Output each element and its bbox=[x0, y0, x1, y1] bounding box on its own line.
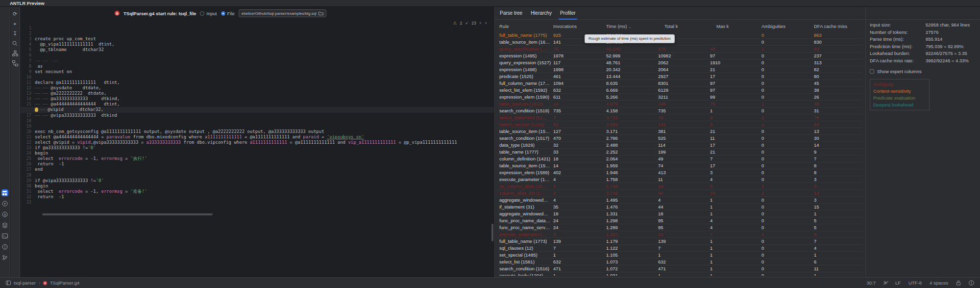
test-file-path-field[interactable]: ebelice/Github/tsql-parser/examples/big.… bbox=[239, 9, 326, 17]
breadcrumb-file[interactable]: TSqlParser.g4 bbox=[50, 280, 79, 286]
refresh-icon[interactable]: ⟳ bbox=[12, 11, 18, 17]
code-line[interactable] bbox=[35, 173, 494, 178]
prev-issue-chevron-icon[interactable]: ∧ bbox=[479, 21, 482, 25]
code-line[interactable]: if @a333333333333 !='0' bbox=[35, 145, 494, 151]
profiler-row[interactable]: table_source_item (16…141167.9830830 bbox=[498, 39, 863, 46]
code-line[interactable]: if @vipa333333333333 !='0' bbox=[35, 178, 494, 183]
code-line[interactable] bbox=[35, 118, 494, 124]
code-line[interactable]: end bbox=[35, 167, 494, 172]
profiler-row[interactable]: table_name (1777)332.2521992109 bbox=[498, 149, 863, 156]
file-radio[interactable]: File bbox=[221, 11, 235, 16]
profiler-row[interactable]: full_table_name (1775)925294.3220863 bbox=[498, 32, 863, 39]
profiler-row[interactable]: table_source_item (15…141.959741708 bbox=[498, 162, 863, 169]
next-issue-chevron-icon[interactable]: ∨ bbox=[485, 21, 487, 25]
code-line[interactable]: create proc up_com_test bbox=[35, 36, 494, 42]
profiler-row[interactable]: predicate (1525)46113.444292717080 bbox=[498, 73, 863, 80]
profiler-row[interactable]: query_specification (…7666.24557648293 bbox=[498, 46, 863, 52]
code-line[interactable]: @p_vipa1111111111111 dtint, bbox=[35, 42, 494, 47]
profiler-row[interactable]: expression_elem (1589)4021.948413308 bbox=[498, 169, 863, 176]
code-line[interactable]: @p_tblname dtchar32 bbox=[35, 47, 494, 52]
code-line[interactable]: select @vipid = vipid,@vipa333333333333 … bbox=[35, 140, 494, 145]
search-icon[interactable] bbox=[12, 40, 18, 47]
folder-icon[interactable] bbox=[318, 11, 323, 16]
code-line[interactable] bbox=[35, 75, 494, 80]
code-line[interactable]: —— —— @vipa333333333333 dtkind bbox=[35, 113, 494, 118]
profiler-row[interactable]: sql_clauses (12)71.1227104 bbox=[498, 245, 863, 252]
col-rule[interactable]: Rule bbox=[498, 24, 552, 29]
profiler-row[interactable]: full_table_name (1773)1391.179139107 bbox=[498, 238, 863, 245]
profiler-row[interactable]: table_sources (1513)144.87944676146 bbox=[498, 101, 863, 107]
line-ending-indicator[interactable]: LF bbox=[895, 280, 901, 286]
profiler-row[interactable]: column_definition (1421)182.06449707 bbox=[498, 156, 863, 162]
code-line[interactable] bbox=[35, 200, 494, 205]
caret-position[interactable]: 30:7 bbox=[866, 280, 876, 286]
profiler-row[interactable]: aggregate_windowed…41.4954103 bbox=[498, 197, 863, 204]
tab-profiler[interactable]: Profiler bbox=[560, 7, 576, 20]
col-max-k[interactable]: Max k bbox=[709, 24, 760, 29]
code-line[interactable]: -- -- -- bbox=[35, 58, 494, 64]
profiler-row[interactable]: execute_statement (…31.26326718 bbox=[498, 231, 863, 238]
structure-icon[interactable] bbox=[12, 60, 18, 66]
code-line[interactable]: —— —— @sysdate dtdate, bbox=[35, 85, 494, 91]
profiler-row[interactable]: func_proc_name_data…241.29895405 bbox=[498, 217, 863, 224]
checkbox-icon[interactable] bbox=[870, 69, 874, 74]
code-line[interactable]: as bbox=[35, 64, 494, 69]
profiler-row[interactable]: search_condition (1519)7354.1587351031 bbox=[498, 107, 863, 114]
profiler-row[interactable]: expression (1498)199820.342206421082 bbox=[498, 66, 863, 73]
profiler-row[interactable]: execute_body (1204)11.0311101 bbox=[498, 272, 863, 276]
stop-icon[interactable]: ■ bbox=[12, 21, 18, 27]
profiler-row[interactable]: select_statement (51…73.731709276 bbox=[498, 114, 863, 121]
code-line[interactable] bbox=[35, 31, 494, 36]
code-line[interactable]: exec nb_com_getsysconfig @a1111111111111… bbox=[35, 129, 494, 134]
input-radio[interactable]: Input bbox=[200, 11, 217, 16]
code-line[interactable]: —— @vipid dtchar32, bbox=[21, 107, 494, 112]
highlighting-off-icon[interactable]: ✎ bbox=[883, 280, 887, 286]
code-line[interactable] bbox=[35, 52, 494, 58]
col-ambiguities[interactable]: Ambiguities bbox=[760, 24, 812, 29]
code-line[interactable]: —— —— @a333333333333 dtkind, bbox=[35, 96, 494, 102]
editor-horizontal-scrollbar[interactable] bbox=[42, 213, 213, 215]
inspection-widget[interactable]: ⚠2 ✓23 ∧ ∨ bbox=[453, 21, 487, 26]
code-line[interactable]: set nocount on bbox=[35, 69, 494, 75]
code-line[interactable]: select @a444444444444444 = paravalue fro… bbox=[35, 134, 494, 140]
profiler-row[interactable]: data_type (1829)322.48811417014 bbox=[498, 142, 863, 149]
code-line[interactable]: return -1 bbox=[35, 161, 494, 167]
code-lines[interactable]: create proc up_com_test @p_vipa111111111… bbox=[35, 26, 494, 205]
profiler-row[interactable]: expression_elem (1590)6115.266321199026 bbox=[498, 94, 863, 101]
breadcrumb-project[interactable]: tsql-parser bbox=[14, 280, 36, 286]
code-line[interactable] bbox=[35, 124, 494, 129]
expert-columns-row[interactable]: Show expert columns bbox=[870, 68, 980, 75]
profiler-row[interactable]: switch_section (1215)823.6891319184 bbox=[498, 121, 863, 128]
col-invocations[interactable]: Invocations bbox=[552, 24, 605, 29]
profiler-row[interactable]: select_list (1581)6321.073632106 bbox=[498, 259, 863, 265]
plugin-a-stripe-icon[interactable]: A bbox=[1, 211, 8, 218]
encoding-indicator[interactable]: UTF-8 bbox=[908, 280, 922, 286]
problems-stripe-icon[interactable] bbox=[1, 243, 8, 250]
hierarchy-icon[interactable] bbox=[12, 50, 18, 56]
code-line[interactable]: —— —— @a2222222222 dtdate, bbox=[35, 91, 494, 96]
editor-vertical-scrollbar[interactable] bbox=[491, 224, 493, 241]
profiler-row[interactable]: search_condition (1517)4702.78652511030 bbox=[498, 135, 863, 142]
profiler-row[interactable]: as_column_alias (16…11.74816516 bbox=[498, 183, 863, 190]
col-time[interactable]: Time (ms)⌄ bbox=[605, 24, 657, 29]
git-branch-stripe-icon[interactable] bbox=[1, 254, 8, 261]
indent-indicator[interactable]: 4 spaces bbox=[930, 280, 948, 286]
profiler-row[interactable]: full_column_name (17…10948.635830197045 bbox=[498, 80, 863, 87]
profiler-row[interactable]: set_special (1485)11.1051101 bbox=[498, 252, 863, 259]
code-line[interactable]: return -1 bbox=[35, 194, 494, 200]
code-line[interactable]: —— —— @a444444444444444 dtint, bbox=[35, 102, 494, 107]
tab-hierarchy[interactable]: Hierarchy bbox=[531, 7, 552, 20]
export-icon[interactable]: ↧ bbox=[12, 30, 18, 37]
col-total-k[interactable]: Total k bbox=[657, 24, 709, 29]
code-line[interactable]: begin bbox=[35, 183, 494, 189]
col-dfa-cache-miss[interactable]: DFA cache miss bbox=[812, 24, 863, 29]
profiler-row[interactable]: select_list_elem (1592)6326.669612997038 bbox=[498, 87, 863, 94]
code-line[interactable]: declare @a1111111111111 dtint, bbox=[35, 80, 494, 85]
profiler-row[interactable]: query_expression (1527)11748.76120621910… bbox=[498, 59, 863, 66]
code-editor[interactable]: 1234567891011121314151617181920212223242… bbox=[21, 26, 494, 277]
profiler-row[interactable]: func_proc_name_serv…241.28995405 bbox=[498, 224, 863, 231]
terminal-stripe-icon[interactable] bbox=[1, 233, 8, 239]
layers-stripe-icon[interactable] bbox=[1, 222, 8, 229]
notifications-icon[interactable] bbox=[969, 280, 974, 286]
profiler-row[interactable]: expression (1495)197852.99910982970237 bbox=[498, 52, 863, 59]
